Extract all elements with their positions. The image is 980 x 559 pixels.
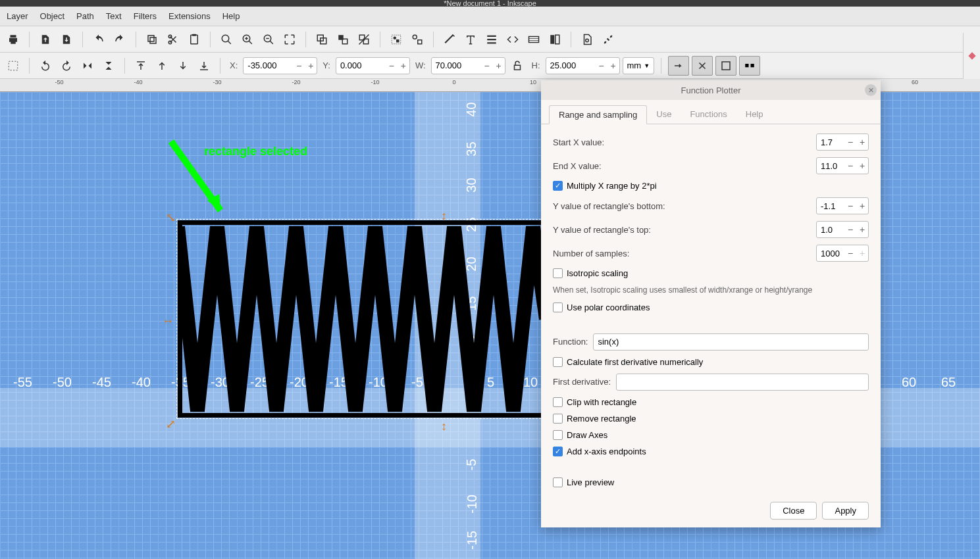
close-button[interactable]: Close <box>770 502 817 520</box>
undo-icon[interactable] <box>90 30 108 49</box>
lock-aspect-icon[interactable] <box>508 57 527 75</box>
start-x-input[interactable]: −+ <box>816 134 869 151</box>
axis-x-label: -45 <box>92 375 111 390</box>
dialog-title: Function Plotter ✕ <box>541 80 881 100</box>
fill-stroke-icon[interactable] <box>440 30 459 49</box>
preferences-icon[interactable] <box>599 30 617 49</box>
rotate-ccw-icon[interactable] <box>36 57 55 75</box>
menu-extensions[interactable]: Extensions <box>168 11 211 21</box>
snap-rail[interactable] <box>963 33 980 79</box>
lower-bottom-icon[interactable] <box>195 57 213 75</box>
zoom-page-icon[interactable] <box>259 30 278 49</box>
clone-icon[interactable] <box>334 30 352 49</box>
duplicate-icon[interactable] <box>313 30 331 49</box>
svg-point-22 <box>604 41 606 43</box>
clip-checkbox[interactable] <box>553 397 563 407</box>
copy-icon[interactable] <box>143 30 161 49</box>
transform-mode-4-icon[interactable] <box>739 56 760 76</box>
unit-select[interactable]: mm▼ <box>623 57 655 74</box>
first-deriv-input[interactable] <box>616 374 869 391</box>
svg-rect-2 <box>191 35 198 44</box>
w-increment[interactable]: + <box>493 58 505 74</box>
end-x-input[interactable]: −+ <box>816 157 869 174</box>
y-top-input[interactable]: −+ <box>816 221 869 238</box>
x-label: X: <box>230 61 238 70</box>
menu-path[interactable]: Path <box>76 11 94 21</box>
axis-x-label: -50 <box>53 375 72 390</box>
zoom-selection-icon[interactable] <box>217 30 236 49</box>
dialog-close-icon[interactable]: ✕ <box>865 84 877 96</box>
x-input[interactable]: −+ <box>243 57 317 74</box>
print-icon[interactable] <box>4 30 22 49</box>
live-preview-checkbox[interactable] <box>553 477 563 487</box>
transform-mode-2-icon[interactable] <box>692 56 713 76</box>
apply-button[interactable]: Apply <box>822 502 869 520</box>
tab-help[interactable]: Help <box>736 105 773 124</box>
menu-object[interactable]: Object <box>40 11 65 21</box>
transform-mode-3-icon[interactable] <box>715 56 736 76</box>
svg-point-14 <box>394 36 397 39</box>
select-all-icon[interactable] <box>4 57 22 75</box>
scale-handle-w-icon[interactable]: ↔ <box>162 314 174 328</box>
remove-rect-checkbox[interactable] <box>553 414 563 424</box>
text-tool-icon[interactable] <box>461 30 480 49</box>
layers-icon[interactable] <box>525 30 543 49</box>
samples-input[interactable]: −+ <box>816 245 869 262</box>
w-input[interactable]: −+ <box>431 57 505 74</box>
x-increment[interactable]: + <box>305 58 317 74</box>
unlink-clone-icon[interactable] <box>355 30 373 49</box>
zoom-center-icon[interactable] <box>280 30 299 49</box>
cut-icon[interactable] <box>164 30 182 49</box>
function-input[interactable] <box>593 333 869 351</box>
menu-filters[interactable]: Filters <box>134 11 157 21</box>
xml-editor-icon[interactable] <box>503 30 522 49</box>
flip-h-icon[interactable] <box>78 57 97 75</box>
w-decrement[interactable]: − <box>481 58 493 74</box>
menu-text[interactable]: Text <box>106 11 122 21</box>
redo-icon[interactable] <box>111 30 129 49</box>
tab-functions[interactable]: Functions <box>681 105 736 124</box>
endpoints-checkbox[interactable] <box>553 447 563 456</box>
svg-point-21 <box>586 39 589 42</box>
flip-v-icon[interactable] <box>99 57 118 75</box>
lower-icon[interactable] <box>174 57 192 75</box>
import-icon[interactable] <box>36 30 55 49</box>
x-decrement[interactable]: − <box>293 58 305 74</box>
draw-axes-checkbox[interactable] <box>553 430 563 440</box>
align-distribute-icon[interactable] <box>482 30 501 49</box>
h-decrement[interactable]: − <box>596 58 607 74</box>
tab-use[interactable]: Use <box>647 105 681 124</box>
scale-handle-s-icon[interactable]: ↕ <box>441 420 447 433</box>
y-input[interactable]: −+ <box>336 57 410 74</box>
menu-layer[interactable]: Layer <box>7 11 28 21</box>
scale-handle-n-icon[interactable]: ↕ <box>441 209 447 223</box>
h-increment[interactable]: + <box>607 58 619 74</box>
calc-deriv-checkbox[interactable] <box>553 357 563 367</box>
rotate-cw-icon[interactable] <box>57 57 76 75</box>
selectors-icon[interactable] <box>546 30 564 49</box>
polar-checkbox[interactable] <box>553 303 563 312</box>
multiply-2pi-checkbox[interactable] <box>553 181 563 191</box>
raise-icon[interactable] <box>153 57 171 75</box>
h-input[interactable]: −+ <box>546 57 620 74</box>
svg-rect-18 <box>529 36 539 42</box>
transform-mode-1-icon[interactable] <box>668 56 689 76</box>
paste-icon[interactable] <box>185 30 203 49</box>
isotropic-hint: When set, Isotropic scaling uses smalles… <box>553 285 869 296</box>
menu-help[interactable]: Help <box>222 11 240 21</box>
axis-x-label: 60 <box>902 375 916 390</box>
export-icon[interactable] <box>57 30 76 49</box>
zoom-drawing-icon[interactable] <box>238 30 257 49</box>
y-decrement[interactable]: − <box>386 58 398 74</box>
group-icon[interactable] <box>387 30 405 49</box>
y-increment[interactable]: + <box>398 58 409 74</box>
h-label: H: <box>532 61 540 70</box>
ungroup-icon[interactable] <box>408 30 426 49</box>
dialog-tabs: Range and sampling Use Functions Help <box>541 100 881 124</box>
tab-range-sampling[interactable]: Range and sampling <box>549 105 647 124</box>
y-bottom-input[interactable]: −+ <box>816 197 869 214</box>
isotropic-checkbox[interactable] <box>553 268 563 278</box>
raise-top-icon[interactable] <box>132 57 150 75</box>
scale-handle-sw-icon[interactable]: ⤢ <box>166 417 176 431</box>
document-properties-icon[interactable] <box>578 30 596 49</box>
